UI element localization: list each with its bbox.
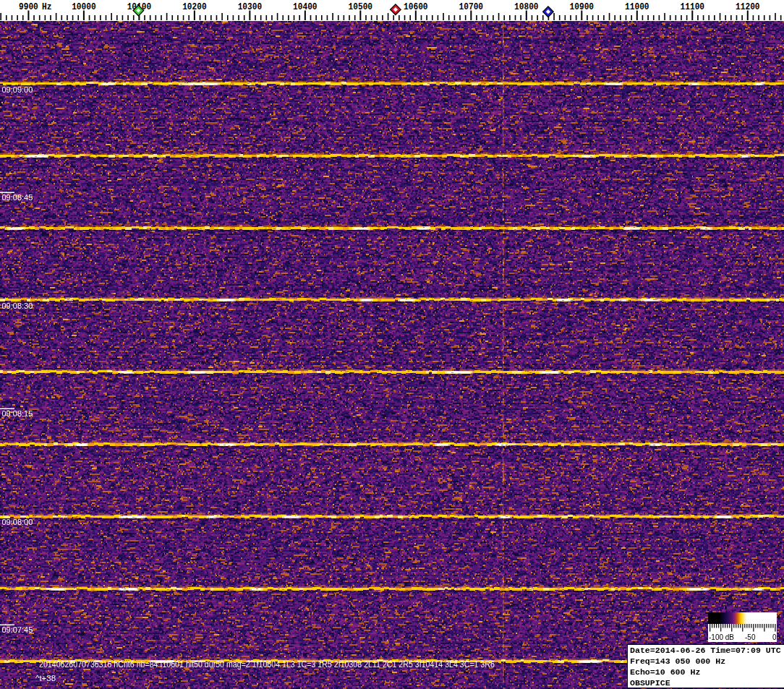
svg-text:11100: 11100 [681,1,705,12]
svg-text:10500: 10500 [349,1,373,12]
svg-text:10000: 10000 [72,1,96,12]
svg-text:10400: 10400 [293,1,318,12]
svg-text:Hz: Hz [42,1,51,12]
svg-text:10200: 10200 [182,1,207,12]
svg-text:10300: 10300 [238,1,263,12]
svg-text:10900: 10900 [570,1,595,12]
svg-text:11200: 11200 [736,1,760,12]
svg-text:9900: 9900 [19,1,38,12]
svg-text:10700: 10700 [459,1,484,12]
svg-text:11000: 11000 [625,1,649,12]
svg-text:10800: 10800 [514,1,539,12]
svg-text:10600: 10600 [404,1,428,12]
